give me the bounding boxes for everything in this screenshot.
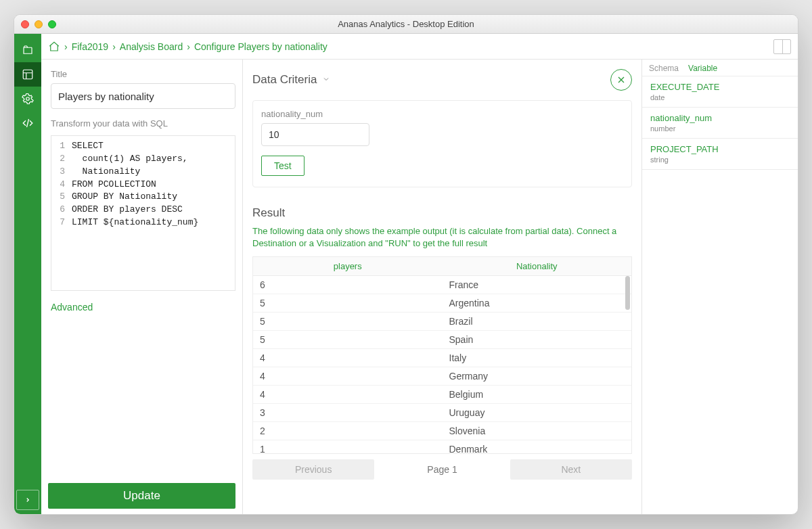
table-cell: 4 (253, 386, 443, 403)
gear-icon (22, 93, 34, 105)
page-indicator: Page 1 (381, 459, 503, 480)
table-cell: 6 (253, 276, 443, 294)
variable-name: nationality_num (650, 113, 790, 123)
next-page-button[interactable]: Next (510, 459, 632, 480)
variable-list: EXECUTE_DATEdatenationality_numnumberPRO… (642, 76, 798, 170)
table-header: players Nationality (253, 257, 631, 276)
tab-variable[interactable]: Variable (688, 64, 717, 73)
sidebar-collapse-button[interactable] (16, 490, 39, 510)
table-row[interactable]: 5Brazil (253, 313, 631, 331)
param-input[interactable] (261, 123, 369, 146)
sql-code[interactable]: SELECT count(1) AS players, Nationality … (68, 136, 235, 290)
chevron-right-icon (24, 497, 31, 503)
variable-type: string (650, 156, 790, 164)
sql-editor[interactable]: 1234567 SELECT count(1) AS players, Nati… (51, 135, 235, 291)
home-button[interactable] (48, 41, 60, 53)
table-row[interactable]: 3Uruguay (253, 404, 631, 422)
variable-item[interactable]: EXECUTE_DATEdate (642, 76, 798, 108)
right-tabs: Schema Variable (642, 60, 798, 76)
table-body: 6France5Argentina5Brazil5Spain4Italy4Ger… (253, 276, 631, 453)
variable-item[interactable]: PROJECT_PATHstring (642, 139, 798, 170)
variables-pane: Schema Variable EXECUTE_DATEdatenational… (642, 60, 798, 514)
breadcrumb-separator: › (112, 41, 116, 52)
board-icon (22, 68, 34, 80)
project-icon (22, 44, 34, 56)
result-note: The following data only shows the exampl… (252, 225, 632, 250)
breadcrumb-item[interactable]: Fifa2019 (72, 41, 108, 52)
table-cell: Uruguay (443, 404, 632, 421)
variable-name: EXECUTE_DATE (650, 82, 790, 92)
table-row[interactable]: 1Denmark (253, 440, 631, 453)
table-cell: Brazil (443, 313, 632, 330)
home-icon (48, 41, 60, 53)
window-title: Ananas Analytics - Desktop Edition (14, 19, 798, 29)
table-cell: 4 (253, 349, 443, 367)
variable-name: PROJECT_PATH (650, 144, 790, 154)
table-cell: 3 (253, 404, 443, 421)
table-cell: Italy (443, 349, 632, 367)
close-icon (616, 74, 627, 85)
breadcrumb-item[interactable]: Analysis Board (120, 41, 183, 52)
table-row[interactable]: 4Germany (253, 367, 631, 386)
table-cell: 1 (253, 440, 443, 453)
param-name: nationality_num (261, 109, 623, 119)
result-table: players Nationality 6France5Argentina5Br… (252, 256, 632, 454)
code-icon (22, 117, 34, 129)
table-cell: Spain (443, 331, 632, 348)
svg-rect-0 (23, 70, 32, 79)
column-header[interactable]: Nationality (443, 257, 632, 275)
variable-type: number (650, 124, 790, 133)
sidebar-item-board[interactable] (14, 62, 41, 87)
table-row[interactable]: 6France (253, 276, 631, 294)
update-button[interactable]: Update (48, 483, 235, 509)
sidebar-item-code[interactable] (14, 111, 41, 135)
table-cell: Belgium (443, 386, 632, 403)
table-row[interactable]: 4Italy (253, 349, 631, 367)
config-pane: Title Transform your data with SQL 12345… (41, 60, 243, 514)
table-cell: 5 (253, 331, 443, 348)
scrollbar-thumb[interactable] (625, 276, 630, 310)
table-cell: 5 (253, 313, 443, 330)
sidebar-item-settings[interactable] (14, 87, 41, 111)
criteria-params: nationality_num Test (252, 100, 632, 187)
table-cell: 2 (253, 422, 443, 440)
title-label: Title (51, 69, 235, 79)
table-cell: Germany (443, 367, 632, 385)
table-row[interactable]: 5Spain (253, 331, 631, 349)
pagination: Previous Page 1 Next (252, 459, 632, 480)
chevron-down-icon (322, 75, 330, 85)
table-cell: 4 (253, 367, 443, 385)
table-row[interactable]: 5Argentina (253, 294, 631, 313)
app-window: Ananas Analytics - Desktop Edition (14, 14, 798, 515)
transform-label: Transform your data with SQL (51, 118, 235, 129)
advanced-link[interactable]: Advanced (51, 302, 235, 313)
column-header[interactable]: players (253, 257, 443, 275)
test-button[interactable]: Test (261, 156, 304, 176)
criteria-header[interactable]: Data Criteria (252, 69, 632, 91)
table-row[interactable]: 2Slovenia (253, 422, 631, 440)
sidebar (14, 34, 41, 514)
tab-schema[interactable]: Schema (649, 64, 679, 73)
sidebar-item-project[interactable] (14, 38, 41, 62)
panel-toggle-button[interactable] (773, 39, 791, 54)
variable-type: date (650, 93, 790, 101)
prev-page-button[interactable]: Previous (252, 459, 374, 480)
breadcrumb-item[interactable]: Configure Players by nationality (194, 41, 328, 52)
table-row[interactable]: 4Belgium (253, 386, 631, 404)
table-cell: 5 (253, 294, 443, 312)
breadcrumb-separator: › (64, 41, 68, 52)
preview-pane: Data Criteria nationality_num Test R (243, 60, 642, 514)
breadcrumb-bar: › Fifa2019 › Analysis Board › Configure … (41, 34, 798, 60)
variable-item[interactable]: nationality_numnumber (642, 108, 798, 139)
title-input[interactable] (51, 83, 235, 109)
svg-point-1 (26, 97, 30, 101)
table-cell: Denmark (443, 440, 632, 453)
breadcrumb-separator: › (187, 41, 190, 52)
close-preview-button[interactable] (610, 69, 632, 91)
table-cell: Argentina (443, 294, 632, 312)
title-bar: Ananas Analytics - Desktop Edition (14, 15, 798, 34)
criteria-title: Data Criteria (252, 73, 317, 87)
line-gutter: 1234567 (51, 136, 68, 290)
table-cell: France (443, 276, 632, 294)
result-title: Result (252, 206, 632, 220)
